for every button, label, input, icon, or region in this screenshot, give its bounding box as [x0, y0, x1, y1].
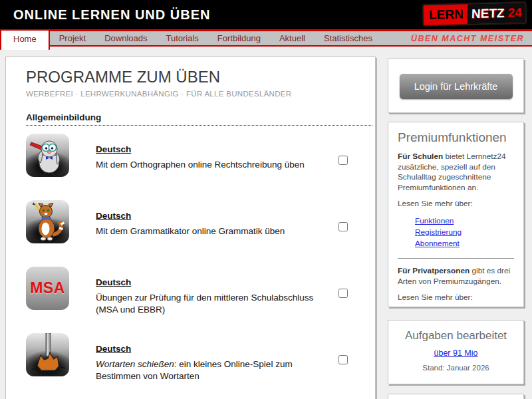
stats-title: Aufgaben bearbeitet [388, 329, 523, 342]
section-header-allgemeinbildung: Allgemeinbildung [26, 112, 372, 126]
login-box: Login für Lehrkräfte [388, 59, 524, 113]
program-text-block: Deutsch Übungen zur Prüfung für den mitt… [96, 267, 338, 316]
owl-orthograph-icon[interactable] [26, 134, 69, 177]
stats-date: Stand: Januar 2026 [388, 364, 523, 372]
premium-box: Premiumfunktionen Für Schulen bietet Ler… [388, 122, 524, 307]
sidebar: Login für Lehrkräfte Premiumfunktionen F… [388, 0, 525, 399]
program-row-wortarten-game: Deutsch Wortarten schießen: ein kleines … [26, 333, 359, 399]
wortarten-game-icon[interactable] [26, 333, 69, 376]
program-row-grammatikator: Deutsch Mit dem Grammatikator online Gra… [26, 200, 359, 267]
page-subtitle: WERBEFREI · LEHRWERKUNABHÄNGIG · FÜR ALL… [26, 90, 359, 98]
link-registrierung[interactable]: Registrierung [415, 227, 462, 237]
tab-tutorials[interactable]: Tutorials [156, 31, 207, 45]
link-funktionen[interactable]: Funktionen [415, 216, 454, 225]
program-text-block: Deutsch Mit dem Grammatikator online Gra… [96, 200, 338, 237]
premium-title: Premiumfunktionen [398, 130, 514, 145]
program-row-orthograph: Deutsch Mit dem Orthographen online Rech… [26, 134, 359, 200]
premium-schools-text: Für Schulen bietet Lernnetz24 zusätzlich… [398, 152, 514, 193]
premium-links: Funktionen Registrierung Abonnement [415, 215, 514, 249]
program-description: Mit dem Grammatikator online Grammatik ü… [96, 225, 335, 237]
program-checkbox[interactable] [338, 222, 348, 231]
tab-home[interactable]: Home [0, 29, 50, 50]
premium-divider [398, 258, 514, 259]
stats-box: Aufgaben bearbeitet über 91 Mio Stand: J… [388, 320, 524, 384]
subject-link[interactable]: Deutsch [96, 144, 131, 154]
subject-link[interactable]: Deutsch [96, 211, 131, 221]
premium-more-label-2: Lesen Sie mehr über: [398, 293, 514, 303]
tab-aktuell[interactable]: Aktuell [270, 31, 315, 45]
premium-more-label: Lesen Sie mehr über: [398, 199, 514, 209]
main-content-panel: PROGRAMME ZUM ÜBEN WERBEFREI · LEHRWERKU… [5, 57, 376, 399]
main-nav: Home Projekt Downloads Tutorials Fortbil… [0, 29, 532, 47]
cat-grammatikator-icon[interactable] [26, 200, 69, 243]
tab-projekt[interactable]: Projekt [50, 31, 95, 45]
program-text-block: Deutsch Mit dem Orthographen online Rech… [96, 134, 338, 171]
program-checkbox[interactable] [338, 355, 348, 364]
tab-downloads[interactable]: Downloads [95, 31, 156, 45]
program-description: Übungen zur Prüfung für den mittleren Sc… [96, 292, 335, 316]
stats-count-link[interactable]: über 91 Mio [434, 348, 477, 358]
subject-link[interactable]: Deutsch [96, 277, 131, 287]
link-abonnement[interactable]: Abonnement [415, 239, 460, 248]
tab-statistisches[interactable]: Statistisches [315, 31, 382, 45]
program-description: Wortarten schießen: ein kleines Online-S… [96, 358, 335, 382]
program-checkbox[interactable] [338, 289, 348, 298]
site-title: ONLINE LERNEN UND ÜBEN [13, 7, 210, 23]
login-button[interactable]: Login für Lehrkräfte [400, 74, 513, 99]
slogan-text: ÜBEN MACHT MEISTER [411, 34, 524, 43]
msa-icon-text: MSA [30, 279, 65, 297]
subject-link[interactable]: Deutsch [96, 344, 131, 354]
program-checkbox[interactable] [338, 156, 348, 165]
program-row-msa: MSA Deutsch Übungen zur Prüfung für den … [26, 267, 359, 333]
page-title: PROGRAMME ZUM ÜBEN [26, 68, 359, 86]
partial-sidebar-box [388, 394, 524, 399]
msa-icon[interactable]: MSA [26, 267, 69, 310]
premium-private-text: Für Privatpersonen gibt es drei Arten vo… [398, 266, 514, 287]
program-text-block: Deutsch Wortarten schießen: ein kleines … [96, 333, 338, 382]
program-description: Mit dem Orthographen online Rechtschreib… [96, 159, 335, 171]
tab-fortbildung[interactable]: Fortbildung [208, 31, 270, 45]
